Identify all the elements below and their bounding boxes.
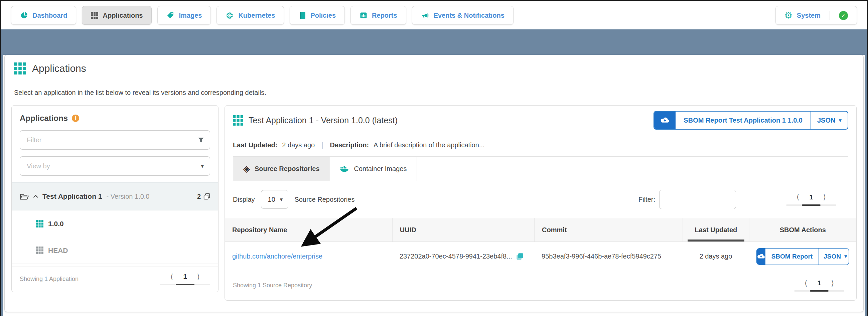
nav-label: Images xyxy=(179,12,202,20)
applications-grid-icon xyxy=(91,12,98,19)
copy-stack-icon xyxy=(204,193,210,200)
repository-link[interactable]: github.com/anchore/enterprise xyxy=(232,253,322,260)
info-icon[interactable]: i xyxy=(72,115,79,122)
last-updated-value: 2 days ago xyxy=(282,141,315,149)
sbom-format-dropdown[interactable]: JSON ▾ xyxy=(818,249,849,264)
sbom-download-button[interactable] xyxy=(654,112,676,129)
table-pagination-bottom: ⟨ 1 ⟩ xyxy=(794,279,844,292)
content-area: Applications Select an application in th… xyxy=(1,55,867,312)
cloud-download-icon xyxy=(660,117,670,124)
column-header-uuid[interactable]: UUID xyxy=(392,218,534,242)
description-label: Description: xyxy=(330,141,369,149)
nav-images[interactable]: Images xyxy=(157,6,211,25)
chevron-right-icon[interactable]: ⟩ xyxy=(823,193,826,201)
chevron-left-icon[interactable]: ⟨ xyxy=(805,280,808,287)
nav-label: Kubernetes xyxy=(238,12,275,20)
caret-down-icon: ▾ xyxy=(201,163,204,170)
gear-icon: ⚙ xyxy=(784,11,793,20)
caret-down-icon: ▾ xyxy=(844,253,847,260)
version-item-100[interactable]: 1.0.0 xyxy=(12,211,218,237)
sbom-report-button[interactable]: SBOM Report xyxy=(766,249,819,264)
description-value: A brief description of the application..… xyxy=(374,141,485,149)
cloud-download-icon xyxy=(757,254,766,259)
last-updated-label: Last Updated: xyxy=(233,141,277,149)
display-label: Display xyxy=(233,196,255,203)
application-version: - Version 1.0.0 xyxy=(106,193,150,200)
application-list-item[interactable]: Test Application 1 - Version 1.0.0 2 xyxy=(12,182,218,211)
nav-policies[interactable]: Policies xyxy=(290,6,345,25)
nav-events-notifications[interactable]: Events & Notifications xyxy=(412,6,514,25)
applications-card: Applications Select an application in th… xyxy=(4,55,864,312)
column-header-last-updated[interactable]: Last Updated xyxy=(683,218,749,242)
tab-container-images[interactable]: Container Images xyxy=(330,157,417,181)
docker-whale-icon xyxy=(340,165,349,172)
source-repositories-table: Repository Name UUID Commit Last Updated… xyxy=(225,218,856,271)
pagination-thumb xyxy=(176,284,194,285)
pagination: ⟨ 1 ⟩ xyxy=(160,273,210,285)
folder-open-icon xyxy=(20,193,29,200)
view-by-placeholder: View by xyxy=(27,162,50,170)
detail-title: Test Application 1 - Version 1.0.0 (late… xyxy=(249,116,398,125)
nav-dashboard[interactable]: Dashboard xyxy=(11,6,76,25)
detail-tabs: ◈ Source Repositories Container Images xyxy=(233,156,848,181)
nav-applications[interactable]: Applications xyxy=(82,6,152,25)
version-label: HEAD xyxy=(48,247,68,255)
applications-list-controls: Applications i View by ▾ xyxy=(12,105,218,182)
divider: | xyxy=(319,141,325,149)
applications-list-footer: Showing 1 Application ⟨ 1 ⟩ xyxy=(12,266,218,292)
sbom-download-button[interactable] xyxy=(757,249,766,264)
column-header-repository-name[interactable]: Repository Name xyxy=(225,218,392,242)
last-updated-cell: 2 days ago xyxy=(700,253,732,260)
panels-row: Applications i View by ▾ xyxy=(5,104,863,311)
table-controls-row: Display 10 ▾ Source Repositories Filter: xyxy=(225,181,856,218)
sbom-format-dropdown[interactable]: JSON ▾ xyxy=(810,112,848,129)
chevron-right-icon[interactable]: ⟩ xyxy=(831,280,834,287)
policy-book-icon xyxy=(299,11,306,20)
chevron-left-icon[interactable]: ⟨ xyxy=(170,273,174,281)
nav-label: Events & Notifications xyxy=(434,12,504,20)
system-button[interactable]: ⚙ System ✓ xyxy=(775,6,857,25)
page-number: 1 xyxy=(817,279,821,287)
nav-reports[interactable]: Reports xyxy=(350,6,406,25)
top-navigation-bar: Dashboard Applications Images Kubernetes xyxy=(1,1,867,29)
panel-title: Applications xyxy=(20,114,68,123)
tab-source-repositories[interactable]: ◈ Source Repositories xyxy=(233,157,330,181)
megaphone-icon xyxy=(421,11,429,20)
table-filter-input[interactable] xyxy=(659,190,736,209)
page-size-select[interactable]: 10 ▾ xyxy=(261,190,289,209)
page-header: Applications xyxy=(5,55,863,82)
divider xyxy=(830,11,830,20)
display-suffix: Source Repositories xyxy=(294,196,354,203)
dashboard-icon xyxy=(20,11,28,20)
page-number: 1 xyxy=(183,273,187,281)
version-item-head[interactable]: HEAD xyxy=(12,237,218,264)
funnel-icon xyxy=(198,137,204,143)
applications-filter-input[interactable] xyxy=(20,130,210,150)
source-repo-icon: ◈ xyxy=(243,164,250,173)
page-title: Applications xyxy=(32,63,86,74)
nav-label: Dashboard xyxy=(32,12,67,20)
column-header-sbom-actions[interactable]: SBOM Actions xyxy=(749,218,856,242)
collapse-caret-icon xyxy=(33,195,38,198)
chevron-left-icon[interactable]: ⟨ xyxy=(797,193,800,201)
nav-kubernetes[interactable]: Kubernetes xyxy=(217,6,284,25)
applications-grid-icon xyxy=(14,62,26,74)
tag-icon xyxy=(166,11,175,20)
pagination-track xyxy=(786,204,836,206)
sbom-format-value: JSON xyxy=(817,117,835,124)
header-band xyxy=(1,29,867,55)
column-header-commit[interactable]: Commit xyxy=(534,218,683,242)
table-footer: Showing 1 Source Repository ⟨ 1 ⟩ xyxy=(225,271,856,300)
application-name: Test Application 1 xyxy=(42,192,102,200)
sbom-report-download-group: SBOM Report Test Application 1 1.0.0 JSO… xyxy=(653,111,848,130)
sort-indicator xyxy=(688,240,744,242)
tab-label: Container Images xyxy=(354,165,407,173)
chevron-right-icon[interactable]: ⟩ xyxy=(197,273,200,281)
view-by-select[interactable]: View by ▾ xyxy=(20,156,210,176)
filter-label: Filter: xyxy=(639,196,655,203)
sbom-report-label[interactable]: SBOM Report Test Application 1 1.0.0 xyxy=(676,112,810,129)
pagination-track xyxy=(160,284,210,285)
caret-down-icon: ▾ xyxy=(839,117,842,124)
copy-icon[interactable] xyxy=(516,253,524,260)
detail-header: Test Application 1 - Version 1.0.0 (late… xyxy=(225,105,856,135)
